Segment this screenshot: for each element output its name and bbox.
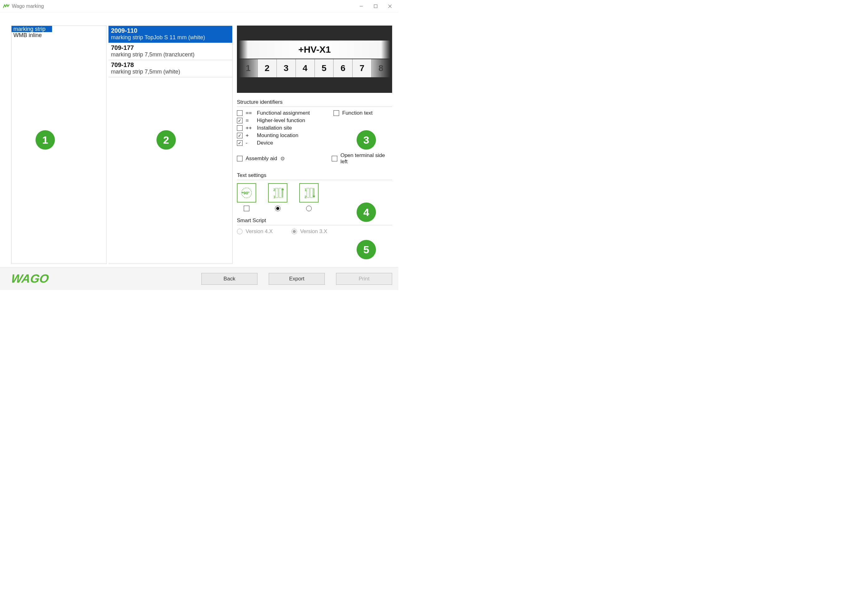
- radio-icon: [237, 229, 242, 234]
- section-text-settings-label: Text settings: [237, 172, 392, 179]
- radio-icon: [275, 206, 281, 211]
- checkbox-icon: [332, 156, 337, 161]
- product-code: 709-177: [111, 44, 230, 51]
- option-direction-down[interactable]: 1 2: [299, 183, 319, 211]
- checkbox-icon: [237, 156, 242, 161]
- category-item[interactable]: WMB inline: [12, 32, 106, 38]
- export-button[interactable]: Export: [269, 273, 325, 285]
- app-icon: [3, 4, 9, 9]
- annotation-1: 1: [35, 130, 55, 150]
- radio-version-4x: Version 4.X: [237, 229, 273, 235]
- preview-cell: 8: [372, 59, 390, 77]
- close-button[interactable]: [383, 1, 397, 11]
- prefix: ==: [246, 110, 254, 116]
- checkbox-label: Installation site: [257, 125, 292, 131]
- checkbox-label: Mounting location: [257, 132, 298, 139]
- radio-version-3x: Version 3.X: [291, 229, 327, 235]
- prefix: +: [246, 132, 254, 139]
- radio-icon: [291, 229, 297, 234]
- svg-text:2: 2: [273, 188, 275, 192]
- product-code: 709-178: [111, 62, 230, 69]
- preview-cell: 6: [333, 59, 352, 77]
- product-item[interactable]: 2009-110 marking strip TopJob S 11 mm (w…: [109, 26, 232, 43]
- window-title: Wago marking: [12, 3, 354, 9]
- option-rotate-90[interactable]: 90°: [237, 183, 256, 211]
- check-function-text[interactable]: Function text: [333, 110, 392, 116]
- gear-icon[interactable]: ⚙: [280, 155, 285, 162]
- annotation-3: 3: [357, 130, 376, 150]
- check-functional-assignment[interactable]: == Functional assignment: [237, 110, 321, 116]
- product-code: 2009-110: [111, 27, 230, 34]
- prefix: =: [246, 117, 254, 124]
- product-desc: marking strip 7,5mm (tranzlucent): [111, 51, 230, 58]
- back-button[interactable]: Back: [201, 273, 257, 285]
- svg-rect-8: [279, 188, 282, 198]
- preview-cell: 7: [352, 59, 372, 77]
- check-installation-site[interactable]: ++ Installation site: [237, 125, 321, 131]
- preview-designation: +HV-X1: [239, 41, 390, 59]
- svg-rect-11: [307, 188, 309, 198]
- svg-rect-1: [374, 5, 377, 8]
- wago-logo: WAGO: [10, 272, 50, 285]
- rotate-90-icon: 90°: [237, 183, 256, 202]
- checkbox-icon: [333, 110, 339, 116]
- maximize-button[interactable]: [369, 1, 383, 11]
- minimize-button[interactable]: [354, 1, 369, 11]
- checkbox-icon: [237, 140, 242, 146]
- preview-cell: 5: [315, 59, 334, 77]
- checkbox-icon: [237, 118, 242, 123]
- divider: [237, 107, 392, 107]
- checkbox-icon: [237, 110, 242, 116]
- product-item[interactable]: 709-177 marking strip 7,5mm (tranzlucent…: [109, 43, 232, 60]
- checkbox-label: Assembly aid: [246, 155, 277, 162]
- svg-rect-12: [310, 188, 313, 198]
- checkbox-label: Functional assignment: [257, 110, 310, 116]
- annotation-4: 4: [357, 202, 376, 222]
- checkbox-label: Device: [257, 140, 273, 146]
- preview-cell: 4: [296, 59, 315, 77]
- check-mounting-location[interactable]: + Mounting location: [237, 132, 321, 139]
- checkbox-label: Higher-level function: [257, 117, 305, 124]
- check-open-terminal-side-left[interactable]: Open terminal side left: [332, 153, 392, 165]
- marking-preview: +HV-X1 1 2 3 4 5 6 7 8: [237, 26, 392, 93]
- bottom-bar: WAGO Back Export Print: [0, 267, 398, 290]
- divider: [237, 225, 392, 225]
- annotation-2: 2: [157, 130, 176, 150]
- preview-cell: 1: [239, 59, 258, 77]
- divider: [237, 180, 392, 180]
- checkbox-label: Open terminal side left: [341, 153, 392, 165]
- preview-cell: 2: [258, 59, 277, 77]
- checkbox-icon: [237, 133, 242, 138]
- preview-cells: 1 2 3 4 5 6 7 8: [239, 59, 390, 77]
- checkbox-icon: [244, 206, 250, 211]
- section-structure-label: Structure identifiers: [237, 99, 392, 105]
- svg-text:1: 1: [304, 188, 306, 192]
- check-higher-level-function[interactable]: = Higher-level function: [237, 117, 321, 124]
- check-assembly-aid[interactable]: Assembly aid ⚙: [237, 153, 319, 165]
- titlebar: Wago marking: [0, 0, 398, 12]
- direction-down-icon: 1 2: [299, 183, 319, 202]
- svg-text:2: 2: [304, 195, 306, 199]
- prefix: ++: [246, 125, 254, 131]
- category-item[interactable]: marking strip: [12, 26, 52, 32]
- check-device[interactable]: - Device: [237, 140, 321, 146]
- category-list: marking strip WMB inline: [11, 26, 107, 264]
- svg-text:1: 1: [273, 195, 275, 199]
- product-desc: marking strip TopJob S 11 mm (white): [111, 34, 230, 41]
- product-desc: marking strip 7,5mm (white): [111, 69, 230, 75]
- radio-icon: [306, 206, 312, 211]
- prefix: -: [246, 140, 254, 146]
- rotate-label: 90°: [244, 191, 250, 195]
- option-direction-up[interactable]: 2 1: [268, 183, 287, 211]
- radio-label: Version 4.X: [246, 229, 273, 235]
- checkbox-label: Function text: [342, 110, 373, 116]
- checkbox-icon: [237, 125, 242, 131]
- preview-cell: 3: [277, 59, 296, 77]
- smart-script-row: Version 4.X Version 3.X: [237, 229, 392, 235]
- radio-label: Version 3.X: [300, 229, 327, 235]
- annotation-5: 5: [357, 240, 376, 259]
- print-button[interactable]: Print: [336, 273, 392, 285]
- direction-up-icon: 2 1: [268, 183, 287, 202]
- product-item[interactable]: 709-178 marking strip 7,5mm (white): [109, 60, 232, 77]
- svg-rect-7: [276, 188, 278, 198]
